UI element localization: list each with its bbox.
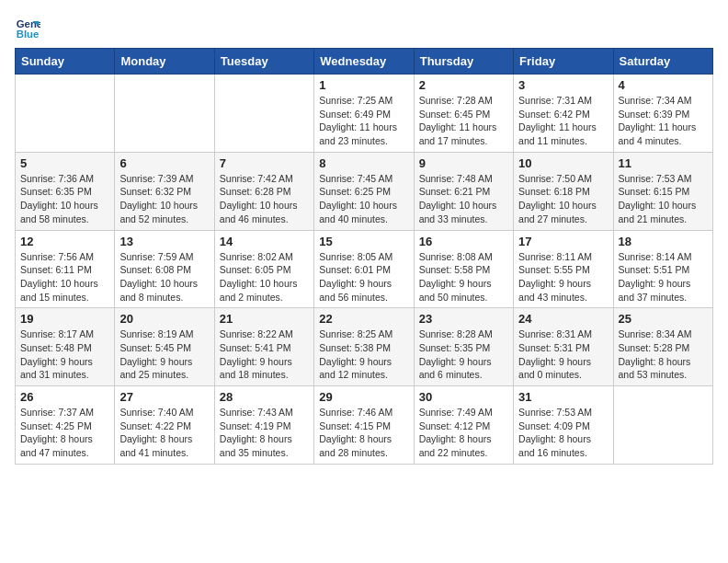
calendar-cell	[613, 386, 712, 465]
calendar-cell: 22Sunrise: 8:25 AM Sunset: 5:38 PM Dayli…	[314, 308, 414, 386]
calendar-cell: 25Sunrise: 8:34 AM Sunset: 5:28 PM Dayli…	[613, 308, 712, 386]
day-info: Sunrise: 7:45 AM Sunset: 6:25 PM Dayligh…	[319, 172, 408, 226]
day-info: Sunrise: 7:53 AM Sunset: 4:09 PM Dayligh…	[518, 406, 608, 460]
weekday-header-row: SundayMondayTuesdayWednesdayThursdayFrid…	[16, 49, 713, 75]
day-number: 22	[319, 312, 408, 326]
day-number: 23	[419, 312, 508, 326]
calendar-cell: 10Sunrise: 7:50 AM Sunset: 6:18 PM Dayli…	[514, 152, 613, 230]
day-info: Sunrise: 7:53 AM Sunset: 6:15 PM Dayligh…	[619, 172, 708, 226]
day-info: Sunrise: 7:43 AM Sunset: 4:19 PM Dayligh…	[220, 406, 309, 460]
day-info: Sunrise: 7:42 AM Sunset: 6:28 PM Dayligh…	[220, 172, 309, 226]
day-number: 12	[20, 235, 109, 248]
day-info: Sunrise: 8:02 AM Sunset: 6:05 PM Dayligh…	[220, 250, 309, 304]
calendar-cell: 27Sunrise: 7:40 AM Sunset: 4:22 PM Dayli…	[115, 386, 214, 465]
day-info: Sunrise: 8:05 AM Sunset: 6:01 PM Dayligh…	[319, 250, 408, 304]
day-info: Sunrise: 8:22 AM Sunset: 5:41 PM Dayligh…	[220, 327, 309, 382]
calendar-cell: 11Sunrise: 7:53 AM Sunset: 6:15 PM Dayli…	[613, 152, 712, 230]
day-info: Sunrise: 7:39 AM Sunset: 6:32 PM Dayligh…	[119, 172, 209, 226]
calendar-cell: 28Sunrise: 7:43 AM Sunset: 4:19 PM Dayli…	[214, 386, 313, 465]
day-info: Sunrise: 8:08 AM Sunset: 5:58 PM Dayligh…	[419, 250, 508, 304]
weekday-header-monday: Monday	[115, 49, 214, 75]
weekday-header-saturday: Saturday	[613, 49, 712, 75]
calendar-cell: 20Sunrise: 8:19 AM Sunset: 5:45 PM Dayli…	[115, 308, 214, 386]
calendar-cell: 18Sunrise: 8:14 AM Sunset: 5:51 PM Dayli…	[613, 230, 712, 308]
svg-text:Blue: Blue	[17, 29, 40, 40]
header: General Blue	[15, 15, 713, 40]
calendar-cell: 19Sunrise: 8:17 AM Sunset: 5:48 PM Dayli…	[16, 308, 115, 386]
day-info: Sunrise: 7:34 AM Sunset: 6:39 PM Dayligh…	[619, 94, 708, 148]
weekday-header-tuesday: Tuesday	[214, 49, 313, 75]
calendar-cell: 12Sunrise: 7:56 AM Sunset: 6:11 PM Dayli…	[16, 230, 115, 308]
calendar-cell: 6Sunrise: 7:39 AM Sunset: 6:32 PM Daylig…	[115, 152, 214, 230]
calendar-cell: 1Sunrise: 7:25 AM Sunset: 6:49 PM Daylig…	[314, 75, 414, 153]
calendar-cell: 15Sunrise: 8:05 AM Sunset: 6:01 PM Dayli…	[314, 230, 414, 308]
day-info: Sunrise: 8:17 AM Sunset: 5:48 PM Dayligh…	[20, 327, 109, 382]
day-info: Sunrise: 8:31 AM Sunset: 5:31 PM Dayligh…	[518, 327, 608, 382]
day-number: 5	[20, 156, 109, 170]
day-info: Sunrise: 7:46 AM Sunset: 4:15 PM Dayligh…	[319, 406, 408, 460]
day-number: 2	[419, 78, 508, 92]
day-number: 25	[619, 312, 708, 326]
day-number: 8	[319, 156, 408, 170]
day-number: 28	[220, 390, 309, 404]
day-info: Sunrise: 7:31 AM Sunset: 6:42 PM Dayligh…	[518, 94, 608, 148]
day-info: Sunrise: 8:34 AM Sunset: 5:28 PM Dayligh…	[619, 327, 708, 382]
calendar-cell: 31Sunrise: 7:53 AM Sunset: 4:09 PM Dayli…	[514, 386, 613, 465]
day-number: 3	[518, 78, 608, 92]
weekday-header-sunday: Sunday	[16, 49, 115, 75]
day-number: 16	[419, 235, 508, 248]
weekday-header-friday: Friday	[514, 49, 613, 75]
day-info: Sunrise: 7:25 AM Sunset: 6:49 PM Dayligh…	[319, 94, 408, 148]
calendar-cell	[214, 75, 313, 153]
day-number: 13	[119, 235, 209, 248]
day-number: 4	[619, 78, 708, 92]
day-number: 31	[518, 390, 608, 404]
day-number: 26	[20, 390, 109, 404]
day-number: 1	[319, 78, 408, 92]
calendar-cell	[16, 75, 115, 153]
day-info: Sunrise: 8:25 AM Sunset: 5:38 PM Dayligh…	[319, 327, 408, 382]
day-number: 6	[119, 156, 209, 170]
day-number: 15	[319, 235, 408, 248]
day-info: Sunrise: 7:59 AM Sunset: 6:08 PM Dayligh…	[119, 250, 209, 304]
weekday-header-thursday: Thursday	[414, 49, 513, 75]
day-number: 9	[419, 156, 508, 170]
day-number: 10	[518, 156, 608, 170]
day-info: Sunrise: 8:19 AM Sunset: 5:45 PM Dayligh…	[119, 327, 209, 382]
calendar-cell: 14Sunrise: 8:02 AM Sunset: 6:05 PM Dayli…	[214, 230, 313, 308]
day-number: 17	[518, 235, 608, 248]
calendar-cell: 3Sunrise: 7:31 AM Sunset: 6:42 PM Daylig…	[514, 75, 613, 153]
day-info: Sunrise: 8:28 AM Sunset: 5:35 PM Dayligh…	[419, 327, 508, 382]
day-number: 19	[20, 312, 109, 326]
week-row-3: 12Sunrise: 7:56 AM Sunset: 6:11 PM Dayli…	[16, 230, 713, 308]
calendar-cell: 26Sunrise: 7:37 AM Sunset: 4:25 PM Dayli…	[16, 386, 115, 465]
logo: General Blue	[15, 15, 44, 40]
day-info: Sunrise: 7:37 AM Sunset: 4:25 PM Dayligh…	[20, 406, 109, 460]
day-number: 24	[518, 312, 608, 326]
day-number: 20	[119, 312, 209, 326]
calendar-cell: 9Sunrise: 7:48 AM Sunset: 6:21 PM Daylig…	[414, 152, 513, 230]
calendar-cell: 4Sunrise: 7:34 AM Sunset: 6:39 PM Daylig…	[613, 75, 712, 153]
calendar: SundayMondayTuesdayWednesdayThursdayFrid…	[15, 48, 713, 465]
calendar-cell: 2Sunrise: 7:28 AM Sunset: 6:45 PM Daylig…	[414, 75, 513, 153]
day-number: 7	[220, 156, 309, 170]
calendar-cell: 7Sunrise: 7:42 AM Sunset: 6:28 PM Daylig…	[214, 152, 313, 230]
week-row-1: 1Sunrise: 7:25 AM Sunset: 6:49 PM Daylig…	[16, 75, 713, 153]
calendar-cell: 24Sunrise: 8:31 AM Sunset: 5:31 PM Dayli…	[514, 308, 613, 386]
day-info: Sunrise: 7:50 AM Sunset: 6:18 PM Dayligh…	[518, 172, 608, 226]
calendar-cell: 13Sunrise: 7:59 AM Sunset: 6:08 PM Dayli…	[115, 230, 214, 308]
week-row-2: 5Sunrise: 7:36 AM Sunset: 6:35 PM Daylig…	[16, 152, 713, 230]
calendar-cell	[115, 75, 214, 153]
day-number: 30	[419, 390, 508, 404]
day-number: 11	[619, 156, 708, 170]
week-row-4: 19Sunrise: 8:17 AM Sunset: 5:48 PM Dayli…	[16, 308, 713, 386]
day-number: 18	[619, 235, 708, 248]
logo-icon: General Blue	[15, 15, 40, 40]
calendar-cell: 29Sunrise: 7:46 AM Sunset: 4:15 PM Dayli…	[314, 386, 414, 465]
day-info: Sunrise: 7:56 AM Sunset: 6:11 PM Dayligh…	[20, 250, 109, 304]
day-info: Sunrise: 8:14 AM Sunset: 5:51 PM Dayligh…	[619, 250, 708, 304]
day-info: Sunrise: 7:40 AM Sunset: 4:22 PM Dayligh…	[119, 406, 209, 460]
calendar-cell: 21Sunrise: 8:22 AM Sunset: 5:41 PM Dayli…	[214, 308, 313, 386]
calendar-cell: 8Sunrise: 7:45 AM Sunset: 6:25 PM Daylig…	[314, 152, 414, 230]
week-row-5: 26Sunrise: 7:37 AM Sunset: 4:25 PM Dayli…	[16, 386, 713, 465]
